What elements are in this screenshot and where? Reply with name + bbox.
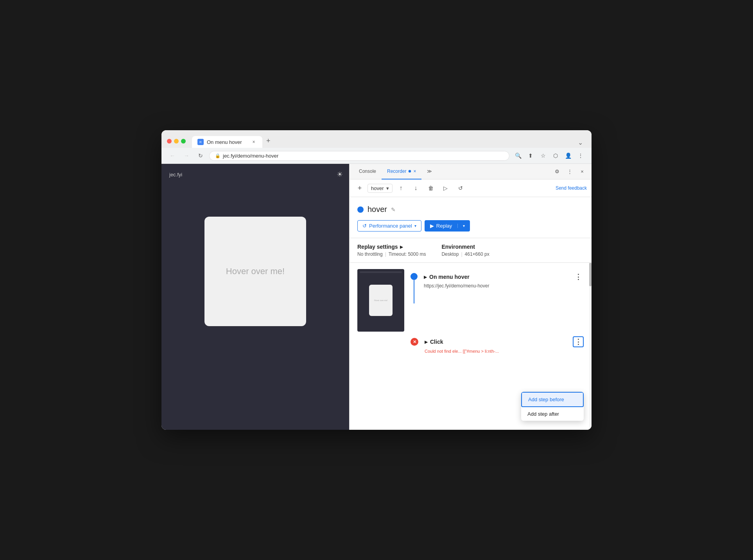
search-icon[interactable]: 🔍	[513, 150, 524, 161]
export-icon: ↑	[400, 185, 403, 192]
env-size-value: 461×660 px	[465, 251, 489, 257]
send-feedback-link[interactable]: Send feedback	[556, 185, 587, 191]
step-expand-icon-2: ▶	[425, 340, 428, 344]
steps-area: Hover over me! ▶ On menu hover ⋮ http	[350, 263, 592, 430]
step-info-1: ▶ On menu hover ⋮ https://jec.fyi/demo/m…	[424, 269, 584, 289]
tab-close-button[interactable]: ×	[251, 139, 257, 145]
record-dot-icon: ⏺	[408, 169, 412, 173]
browser-window: R On menu hover × + ⌄ ← → ↻ 🔒 jec.fyi/de…	[161, 130, 592, 430]
step-info-2: ▶ Click ⋮ Could not find ele... [["#menu…	[425, 336, 584, 354]
replay-settings-label[interactable]: Replay settings ▶	[357, 244, 426, 250]
thumb-text: Hover over me!	[374, 299, 387, 302]
tab-recorder[interactable]: Recorder ⏺ ×	[382, 164, 421, 179]
tab-title: On menu hover	[207, 139, 242, 145]
step-timeline-1	[411, 273, 418, 303]
recording-selector-name: hover	[371, 185, 384, 191]
forward-button[interactable]: →	[181, 150, 192, 161]
address-input[interactable]: 🔒 jec.fyi/demo/menu-hover	[209, 151, 509, 161]
recording-info: hover ✎ ↺ Performance panel ▾ ▶ Replay	[350, 197, 592, 238]
timeout-value: Timeout: 5000 ms	[389, 251, 426, 257]
add-recording-button[interactable]: +	[354, 183, 365, 194]
import-icon: ↓	[414, 185, 418, 192]
step-more-button-1[interactable]: ⋮	[573, 271, 584, 282]
step-more-button-2[interactable]: ⋮	[573, 336, 584, 347]
bookmark-icon[interactable]: ☆	[538, 150, 549, 161]
webpage-panel: jec.fyi ☀ Hover over me!	[161, 164, 349, 430]
replay-main-button[interactable]: ▶ Replay	[425, 220, 457, 232]
step-subtitle-1: https://jec.fyi/demo/menu-hover	[424, 283, 584, 289]
delete-icon: 🗑	[428, 185, 434, 191]
extensions-icon[interactable]: ⬡	[550, 150, 561, 161]
recording-name-label: hover	[368, 205, 387, 214]
step-thumbnail-1: Hover over me!	[357, 269, 404, 332]
timeline-line-1	[414, 280, 414, 303]
recorder-tab-close[interactable]: ×	[413, 169, 416, 174]
play-icon: ▷	[443, 185, 448, 191]
export-button[interactable]: ↑	[395, 182, 407, 194]
recording-selector[interactable]: hover ▾	[368, 184, 393, 193]
context-menu-item-add-after[interactable]: Add step after	[521, 407, 584, 421]
edit-name-icon[interactable]: ✎	[391, 206, 396, 213]
share-icon[interactable]: ⬆	[525, 150, 536, 161]
content-area: jec.fyi ☀ Hover over me! Console Recorde…	[161, 164, 592, 430]
tab-more-button[interactable]: ⌄	[575, 137, 586, 148]
devtools-more-icon[interactable]: ⋮	[564, 166, 575, 177]
context-menu: Add step before Add step after	[521, 392, 584, 421]
devtools-close-icon[interactable]: ×	[577, 166, 588, 177]
replay-button[interactable]: ▶ Replay ▾	[425, 220, 470, 232]
recorder-toolbar: + hover ▾ ↑ ↓ 🗑 ▷ ↺	[350, 179, 592, 197]
import-button[interactable]: ↓	[410, 182, 422, 194]
browser-tab-active[interactable]: R On menu hover ×	[192, 136, 262, 148]
environment-label: Environment	[441, 244, 489, 250]
thumb-inner: Hover over me!	[369, 285, 393, 316]
replay-label: Replay	[436, 223, 452, 229]
step-error-text: Could not find ele... [["#menu > li:nth-…	[425, 349, 584, 354]
recording-dropdown-icon: ▾	[386, 185, 389, 191]
traffic-light-maximize[interactable]	[181, 139, 186, 144]
new-tab-button[interactable]: +	[262, 134, 274, 148]
step-expand-icon-1: ▶	[424, 275, 427, 279]
devtools-panel: Console Recorder ⏺ × ≫ ⚙ ⋮ × +	[349, 164, 592, 430]
tab-more-btn[interactable]: ≫	[421, 164, 437, 179]
title-bar: R On menu hover × + ⌄	[161, 130, 592, 148]
back-button[interactable]: ←	[167, 150, 178, 161]
perf-panel-icon: ↺	[362, 223, 367, 229]
devtools-icons: ⚙ ⋮ ×	[552, 166, 588, 177]
replay-play-icon: ▶	[430, 223, 434, 229]
tab-console[interactable]: Console	[353, 164, 382, 179]
scrollbar-thumb[interactable]	[589, 263, 592, 286]
traffic-light-minimize[interactable]	[174, 139, 179, 144]
sun-icon: ☀	[337, 170, 343, 179]
play-button[interactable]: ▷	[439, 182, 452, 194]
replay-settings-col: Replay settings ▶ No throttling | Timeou…	[357, 244, 426, 257]
replay-dropdown-button[interactable]: ▾	[457, 224, 470, 228]
performance-panel-button[interactable]: ↺ Performance panel ▾	[357, 220, 421, 232]
throttling-value: No throttling	[357, 251, 383, 257]
devtools-header: Console Recorder ⏺ × ≫ ⚙ ⋮ ×	[350, 164, 592, 179]
reload-button[interactable]: ↻	[195, 150, 206, 161]
traffic-light-close[interactable]	[167, 139, 172, 144]
recording-actions-row: ↺ Performance panel ▾ ▶ Replay ▾	[357, 220, 584, 232]
step-title-1[interactable]: ▶ On menu hover ⋮	[424, 271, 584, 282]
lock-icon: 🔒	[215, 153, 221, 158]
step-title-2[interactable]: ▶ Click ⋮	[425, 336, 584, 347]
delete-button[interactable]: 🗑	[425, 182, 437, 194]
hover-card[interactable]: Hover over me!	[204, 217, 306, 326]
replay-speed-button[interactable]: ↺	[454, 182, 467, 194]
devtools-settings-icon[interactable]: ⚙	[552, 166, 563, 177]
timeline-dot-1	[411, 273, 418, 280]
profile-icon[interactable]: 👤	[563, 150, 574, 161]
step-item-2: ✕ ▶ Click ⋮ Could not find ele... [["#me…	[350, 336, 592, 354]
context-menu-item-add-before[interactable]: Add step before	[521, 392, 584, 407]
menu-icon[interactable]: ⋮	[575, 150, 586, 161]
hover-card-text: Hover over me!	[226, 266, 285, 276]
recording-active-dot	[357, 206, 364, 213]
thumb-bar	[360, 271, 402, 273]
scrollbar[interactable]	[589, 263, 592, 430]
replay-settings-area: Replay settings ▶ No throttling | Timeou…	[350, 238, 592, 263]
traffic-lights	[167, 139, 186, 144]
environment-values: Desktop | 461×660 px	[441, 251, 489, 257]
step-name-1: On menu hover	[429, 274, 470, 280]
tab-favicon: R	[197, 139, 204, 145]
perf-panel-dropdown-icon: ▾	[414, 224, 416, 228]
